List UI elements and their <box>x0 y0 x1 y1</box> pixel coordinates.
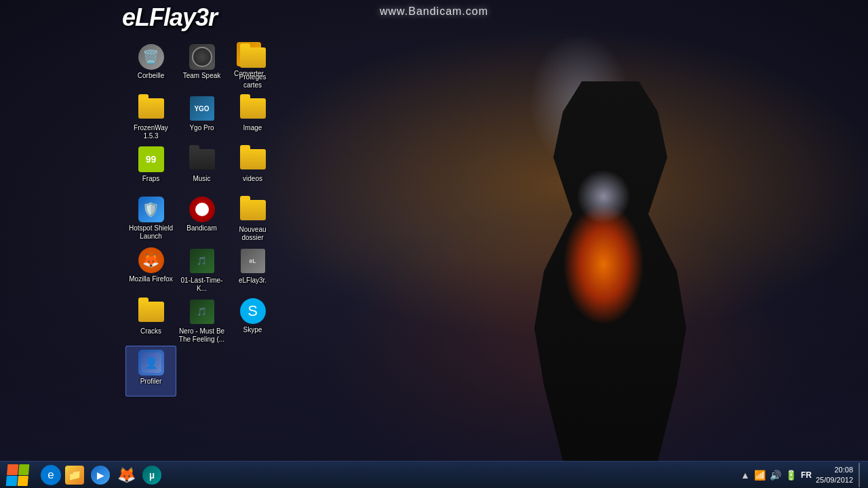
desktop-icon-ygo-pro[interactable]: YGO Ygo Pro <box>176 92 227 142</box>
language-indicator[interactable]: FR <box>801 470 812 480</box>
desktop-icon-corbeille[interactable]: 🗑️ Corbeille <box>125 41 176 92</box>
music-label: Music <box>193 175 210 183</box>
proteges-cartes-icon <box>239 44 267 71</box>
tray-network-icon[interactable]: 📶 <box>754 470 766 481</box>
desktop-icon-nero[interactable]: 🎵 Nero - Must Be The Feeling (... <box>176 295 227 346</box>
clock-date: 25/09/2012 <box>816 475 853 485</box>
desktop-icon-music[interactable]: Music <box>176 142 227 193</box>
frozenway-icon <box>138 95 165 122</box>
tray-arrow-icon[interactable]: ▲ <box>741 470 750 481</box>
taskbar-icon-firefox[interactable]: 🦊 <box>114 463 138 487</box>
nero-label: Nero - Must Be The Feeling (... <box>178 327 226 344</box>
fraps-icon: 99 <box>138 146 165 173</box>
ygo-pro-label: Ygo Pro <box>189 124 214 132</box>
desktop-icon-mozilla-firefox[interactable]: 🦊 Mozilla Firefox <box>125 244 176 295</box>
ygo-pro-icon: YGO <box>189 95 216 122</box>
desktop-icon-videos[interactable]: videos <box>227 142 278 193</box>
system-clock: 20:08 25/09/2012 <box>816 465 853 485</box>
nero-file-icon: 🎵 <box>189 298 216 325</box>
image-folder-icon <box>239 95 267 122</box>
music-file-icon: 🎵 <box>189 247 216 274</box>
desktop-icon-image[interactable]: Image <box>227 92 278 142</box>
system-tray: ▲ 📶 🔊 🔋 FR 20:08 25/09/2012 <box>734 462 868 488</box>
desktop-icon-fraps[interactable]: 99 Fraps <box>125 142 176 193</box>
channel-name: eLFlay3r <box>122 3 217 32</box>
desktop-icon-cracks[interactable]: Cracks <box>125 295 176 346</box>
windows-logo <box>6 464 30 486</box>
nouveau-dossier-icon <box>239 197 267 224</box>
01-last-time-label: 01-Last-Time-K... <box>178 277 226 293</box>
clock-time: 20:08 <box>816 465 853 474</box>
frozenway-label: FrozenWay 1.5.3 <box>127 124 175 140</box>
skype-icon: S <box>240 298 266 324</box>
taskbar-pinned-icons: e 📁 ▶ 🦊 µ <box>35 463 390 487</box>
fraps-label: Fraps <box>142 175 160 183</box>
mozilla-firefox-label: Mozilla Firefox <box>129 275 172 283</box>
tray-battery-icon[interactable]: 🔋 <box>785 470 797 481</box>
desktop-icon-01-last-time[interactable]: 🎵 01-Last-Time-K... <box>176 244 227 295</box>
teamspeak-icon <box>189 44 215 70</box>
elflay3r-shortcut-label: eLFlay3r. <box>239 277 267 285</box>
taskbar-icon-explorer[interactable]: 📁 <box>62 463 87 487</box>
show-desktop-button[interactable] <box>859 463 860 487</box>
taskbar-icon-utorrent[interactable]: µ <box>140 463 164 487</box>
videos-label: videos <box>243 175 262 183</box>
start-button[interactable] <box>0 462 35 489</box>
profiler-label: Profiler <box>140 378 162 386</box>
bandicam-icon <box>189 197 215 222</box>
taskbar: e 📁 ▶ 🦊 µ ▲ 📶 🔊 🔋 FR 20:08 25/09/2012 <box>0 461 868 488</box>
desktop-icon-bandicam[interactable]: Bandicam <box>176 193 227 244</box>
hotspot-shield-icon: 🛡️ <box>138 197 164 222</box>
corbeille-label: Corbeille <box>138 72 164 80</box>
teamspeak-label: Team Speak <box>183 72 221 80</box>
videos-folder-icon <box>239 146 267 173</box>
elflay3r-shortcut-icon: eL <box>239 247 267 274</box>
desktop-icon-hotspot-shield[interactable]: 🛡️ Hotspot Shield Launch <box>125 193 176 244</box>
skype-label: Skype <box>243 326 262 334</box>
desktop-icon-nouveau-dossier[interactable]: Nouveau dossier <box>227 193 278 244</box>
music-folder-icon <box>189 146 216 173</box>
bandicam-label: Bandicam <box>186 224 216 232</box>
hotspot-shield-label: Hotspot Shield Launch <box>127 224 175 241</box>
image-label: Image <box>243 124 262 132</box>
desktop-icon-proteges-cartes[interactable]: Proteges cartes <box>227 41 278 92</box>
profiler-icon: 👤 <box>138 350 164 375</box>
desktop-icon-profiler[interactable]: 👤 Profiler <box>125 346 176 396</box>
desktop: www.Bandicam.com eLFlay3r 📁 Converter 🗑️… <box>0 0 868 488</box>
proteges-cartes-label: Proteges cartes <box>229 73 277 89</box>
firefox-icon: 🦊 <box>138 247 164 273</box>
cracks-label: Cracks <box>140 327 161 336</box>
taskbar-icon-wmp[interactable]: ▶ <box>88 463 113 487</box>
icons-area: 🗑️ Corbeille Team Speak Proteges cartes … <box>125 41 278 447</box>
nouveau-dossier-label: Nouveau dossier <box>229 226 277 242</box>
tray-volume-icon[interactable]: 🔊 <box>770 470 781 481</box>
taskbar-icon-ie[interactable]: e <box>41 465 61 485</box>
desktop-icon-frozenway[interactable]: FrozenWay 1.5.3 <box>125 92 176 142</box>
recycle-bin-icon: 🗑️ <box>138 44 164 70</box>
cracks-folder-icon <box>138 298 165 325</box>
desktop-icon-teamspeak[interactable]: Team Speak <box>176 41 227 92</box>
desktop-icon-skype[interactable]: S Skype <box>227 295 278 346</box>
desktop-icon-elflay3r-shortcut[interactable]: eL eLFlay3r. <box>227 244 278 295</box>
